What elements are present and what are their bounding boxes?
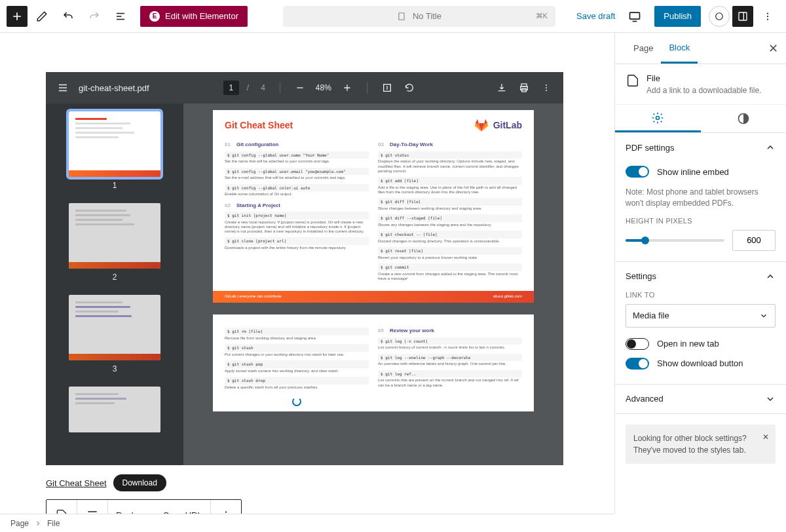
svg-point-2 [716, 12, 723, 20]
svg-point-13 [546, 90, 547, 91]
block-align-button[interactable] [77, 500, 107, 514]
notice-close-button[interactable]: ✕ [762, 431, 769, 443]
pdf-download-button[interactable] [493, 79, 511, 97]
pdf-thumbnails: 1 2 3 [46, 104, 183, 465]
breadcrumb: Page File [0, 514, 614, 532]
chevron-down-icon [765, 394, 776, 404]
svg-point-6 [767, 18, 768, 20]
options-button[interactable] [756, 5, 779, 28]
pdf-page-view[interactable]: GitLab Git Cheat Sheet 01Git configurati… [183, 104, 563, 465]
styles-notice: Looking for other block settings? They'v… [626, 425, 776, 464]
chevron-up-icon [765, 271, 776, 282]
new-tab-label: Open in new tab [657, 339, 719, 349]
svg-point-17 [656, 116, 660, 119]
svg-point-4 [767, 12, 768, 14]
pdf-menu-button[interactable] [54, 79, 72, 97]
page-icon [397, 12, 406, 21]
block-more-button[interactable] [211, 500, 241, 514]
tab-page[interactable]: Page [626, 34, 661, 62]
gear-icon [651, 111, 664, 124]
panel-settings[interactable]: Settings [615, 262, 786, 291]
pdf-more-button[interactable] [537, 79, 555, 97]
panel-pdf-settings[interactable]: PDF settings [615, 133, 786, 162]
inline-embed-label: Show inline embed [657, 167, 729, 177]
pdf-fit-button[interactable] [378, 79, 396, 97]
height-label: HEIGHT IN PIXELS [626, 217, 776, 225]
chevron-down-icon [759, 311, 768, 320]
breadcrumb-page[interactable]: Page [10, 519, 29, 528]
svg-point-12 [546, 87, 547, 88]
inline-note: Note: Most phone and tablet browsers won… [626, 187, 776, 209]
add-block-button[interactable] [7, 6, 28, 27]
block-type-name: File [646, 73, 761, 83]
pdf-filename: git-cheat-sheet.pdf [79, 83, 149, 93]
toggle-new-tab[interactable] [626, 338, 649, 350]
pdf-print-button[interactable] [515, 79, 533, 97]
show-download-label: Show download button [657, 358, 743, 368]
elementor-button[interactable]: E Edit with Elementor [140, 6, 248, 27]
pdf-page-total: 4 [261, 83, 265, 92]
pdf-thumb-4[interactable] [69, 387, 160, 432]
pdf-thumb-3[interactable] [69, 295, 160, 360]
settings-sidebar-toggle[interactable] [732, 6, 753, 27]
pdf-zoom-out-button[interactable] [291, 79, 309, 97]
redo-button[interactable] [83, 5, 106, 28]
pdf-page-2: $ git rm [file]Remove file from working … [213, 314, 534, 411]
pdf-embed: git-cheat-sheet.pdf / 4 48% [46, 72, 563, 465]
block-type-button[interactable] [47, 500, 77, 514]
svg-rect-1 [630, 12, 640, 19]
link-to-label: LINK TO [626, 291, 776, 299]
block-toolbar: Replace Copy URL [46, 499, 242, 514]
elementor-label: Edit with Elementor [165, 11, 238, 21]
settings-sidebar: Page Block ✕ File Add a link to a downlo… [614, 33, 786, 514]
pdf-thumb-2[interactable] [69, 203, 160, 269]
svg-rect-3 [739, 12, 747, 20]
pdf-rotate-button[interactable] [400, 79, 419, 97]
loading-spinner-icon [292, 397, 301, 406]
undo-button[interactable] [56, 5, 80, 28]
toggle-show-download[interactable] [626, 358, 649, 370]
breadcrumb-block[interactable]: File [47, 519, 60, 528]
chevron-right-icon [34, 520, 42, 527]
svg-point-11 [546, 85, 547, 86]
pdf-thumb-1[interactable] [69, 111, 160, 177]
pdf-zoom-in-button[interactable] [338, 79, 356, 97]
shortcut-hint: ⌘K [536, 12, 548, 20]
document-title: No Title [413, 11, 441, 21]
height-slider[interactable] [626, 239, 724, 242]
link-to-select[interactable]: Media file [626, 304, 776, 328]
tab-block[interactable]: Block [661, 33, 698, 64]
pdf-page-sep: / [247, 83, 249, 92]
styles-icon [737, 112, 750, 125]
tab-styles-icon[interactable] [701, 105, 787, 132]
download-button[interactable]: Download [113, 474, 166, 491]
edit-mode-button[interactable] [30, 5, 54, 28]
block-type-desc: Add a link to a downloadable file. [646, 86, 761, 95]
panel-advanced[interactable]: Advanced [615, 385, 786, 413]
svg-rect-0 [399, 12, 404, 20]
close-sidebar-button[interactable]: ✕ [768, 41, 778, 56]
toggle-inline-embed[interactable] [626, 166, 649, 178]
yoast-button[interactable] [709, 6, 730, 27]
thumb-label-1: 1 [54, 181, 176, 190]
gitlab-logo: GitLab [474, 118, 522, 132]
file-icon [626, 73, 640, 88]
pdf-page-input[interactable] [223, 81, 239, 95]
tab-settings-icon[interactable] [615, 105, 701, 132]
pdf-page-1: GitLab Git Cheat Sheet 01Git configurati… [213, 110, 534, 303]
pdf-zoom-level: 48% [316, 83, 331, 92]
thumb-label-3: 3 [54, 364, 176, 373]
elementor-icon: E [149, 11, 160, 22]
preview-button[interactable] [623, 5, 646, 28]
publish-button[interactable]: Publish [654, 6, 701, 27]
document-outline-button[interactable] [109, 5, 132, 28]
chevron-up-icon [765, 142, 776, 153]
file-link-text[interactable]: Git Cheat Sheet [46, 478, 107, 488]
thumb-label-2: 2 [54, 273, 176, 282]
height-input[interactable] [732, 230, 776, 251]
document-title-button[interactable]: No Title ⌘K [283, 6, 555, 27]
svg-point-14 [225, 511, 227, 512]
save-draft-button[interactable]: Save draft [576, 11, 615, 21]
svg-point-5 [767, 15, 768, 16]
